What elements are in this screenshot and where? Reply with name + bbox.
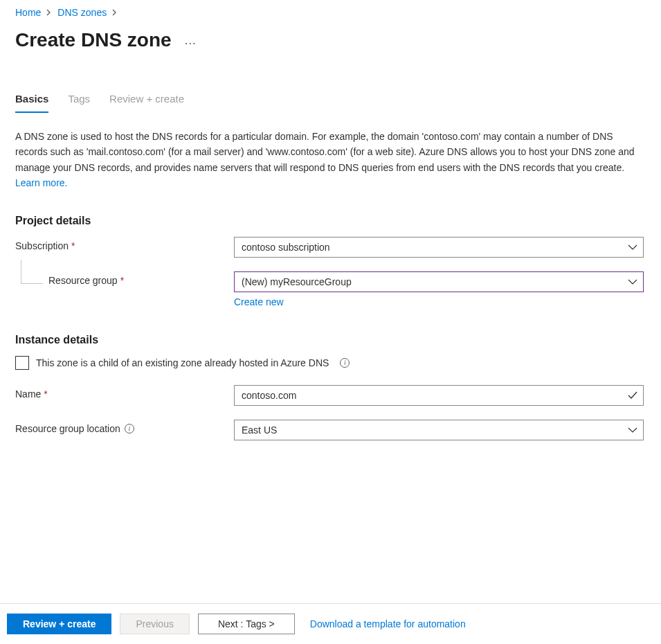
breadcrumb: Home DNS zones — [15, 6, 646, 19]
section-instance-details: Instance details — [15, 334, 646, 346]
subscription-label: Subscription* — [15, 237, 234, 251]
chevron-down-icon — [628, 278, 637, 285]
info-icon[interactable]: i — [340, 358, 350, 368]
subscription-select[interactable]: contoso subscription — [234, 237, 644, 258]
rg-location-value: East US — [242, 424, 277, 436]
description-text: A DNS zone is used to host the DNS recor… — [15, 129, 645, 191]
rg-location-label: Resource group location i — [15, 420, 234, 434]
rg-location-select[interactable]: East US — [234, 420, 644, 440]
required-indicator: * — [120, 275, 124, 286]
footer-bar: Review + create Previous Next : Tags > D… — [0, 603, 661, 644]
download-template-link[interactable]: Download a template for automation — [310, 618, 466, 629]
previous-button: Previous — [120, 614, 189, 634]
chevron-right-icon — [46, 9, 52, 16]
next-button[interactable]: Next : Tags > — [198, 614, 295, 634]
tab-review-create[interactable]: Review + create — [109, 93, 184, 113]
child-zone-label: This zone is a child of an existing zone… — [36, 357, 329, 368]
checkmark-icon — [628, 391, 637, 400]
name-input[interactable]: contoso.com — [234, 385, 644, 406]
page-title: Create DNS zone — [15, 29, 172, 51]
chevron-right-icon — [112, 9, 118, 16]
tab-basics[interactable]: Basics — [15, 93, 48, 113]
required-indicator: * — [71, 240, 75, 251]
required-indicator: * — [44, 388, 47, 400]
description-body: A DNS zone is used to host the DNS recor… — [15, 131, 635, 173]
tree-connector-icon — [15, 275, 48, 286]
resource-group-value: (New) myResourceGroup — [242, 276, 352, 287]
tabs: Basics Tags Review + create — [15, 93, 646, 114]
subscription-value: contoso subscription — [242, 242, 330, 253]
tab-tags[interactable]: Tags — [68, 93, 90, 113]
child-zone-checkbox[interactable] — [15, 356, 29, 370]
resource-group-select[interactable]: (New) myResourceGroup — [234, 271, 644, 292]
resource-group-label: Resource group — [48, 275, 118, 286]
section-project-details: Project details — [15, 215, 646, 227]
breadcrumb-home[interactable]: Home — [15, 7, 41, 18]
name-label: Name* — [15, 385, 234, 400]
info-icon[interactable]: i — [125, 424, 134, 433]
more-actions-icon[interactable]: … — [184, 33, 198, 48]
chevron-down-icon — [628, 427, 637, 433]
create-new-link[interactable]: Create new — [234, 296, 284, 307]
name-value: contoso.com — [242, 390, 296, 401]
chevron-down-icon — [628, 244, 637, 251]
breadcrumb-dns-zones[interactable]: DNS zones — [57, 7, 107, 18]
learn-more-link[interactable]: Learn more. — [15, 177, 67, 188]
review-create-button[interactable]: Review + create — [7, 614, 111, 634]
